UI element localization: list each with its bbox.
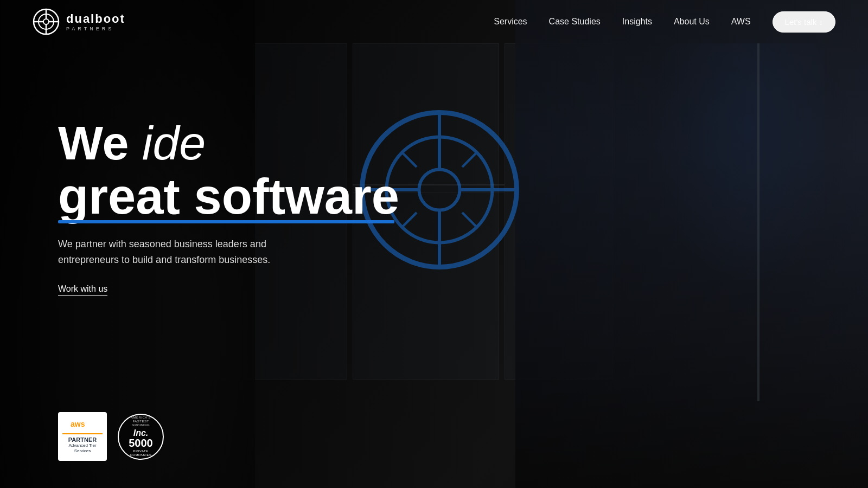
inc-bottom-text: PRIVATECOMPANIES (130, 450, 151, 457)
nav-link-about-us[interactable]: About Us (674, 17, 710, 27)
svg-point-13 (43, 19, 49, 24)
inc-top-text: AMERICA'SFASTEST GROWING (123, 416, 158, 428)
svg-line-8 (462, 213, 477, 227)
svg-line-10 (402, 213, 417, 227)
work-with-us-button[interactable]: Work with us (58, 284, 107, 296)
lets-talk-button[interactable]: Let's talk ↓ (773, 11, 835, 33)
inc-brand: Inc. (133, 429, 149, 438)
hero-subtitle: We partner with seasoned business leader… (58, 236, 291, 268)
hero-line2: great software (58, 171, 399, 221)
svg-point-2 (419, 170, 460, 210)
hero-we-text: We (58, 116, 142, 170)
nav-link-insights[interactable]: Insights (622, 17, 652, 27)
nav-links: Services Case Studies Insights About Us … (494, 11, 835, 33)
navbar: dualboot PARTNERS Services Case Studies … (0, 0, 868, 43)
hero-line1: We ide (58, 119, 399, 167)
aws-partner-text: PARTNER (68, 436, 97, 443)
svg-line-9 (462, 152, 477, 167)
inc5000-badge: AMERICA'SFASTEST GROWING Inc. 5000 PRIVA… (118, 414, 164, 460)
logo[interactable]: dualboot PARTNERS (33, 8, 125, 35)
nav-link-aws[interactable]: AWS (731, 17, 751, 27)
hero-content: We ide great software We partner with se… (58, 119, 399, 296)
logo-icon (33, 8, 60, 35)
logo-brand-sub: PARTNERS (66, 26, 125, 31)
nav-link-services[interactable]: Services (494, 17, 527, 27)
aws-badge: aws PARTNER Advanced Tier Services (58, 412, 107, 461)
hero-heading: We ide great software (58, 119, 399, 221)
badges-section: aws PARTNER Advanced Tier Services AMERI… (58, 412, 164, 461)
svg-text:aws: aws (71, 420, 85, 428)
nav-link-case-studies[interactable]: Case Studies (549, 17, 601, 27)
logo-brand-name: dualboot (66, 12, 125, 26)
hero-ide-text: ide (142, 116, 206, 170)
aws-tier-text: Advanced Tier Services (68, 443, 96, 454)
inc-number: 5000 (129, 438, 153, 448)
svg-line-7 (402, 152, 417, 167)
